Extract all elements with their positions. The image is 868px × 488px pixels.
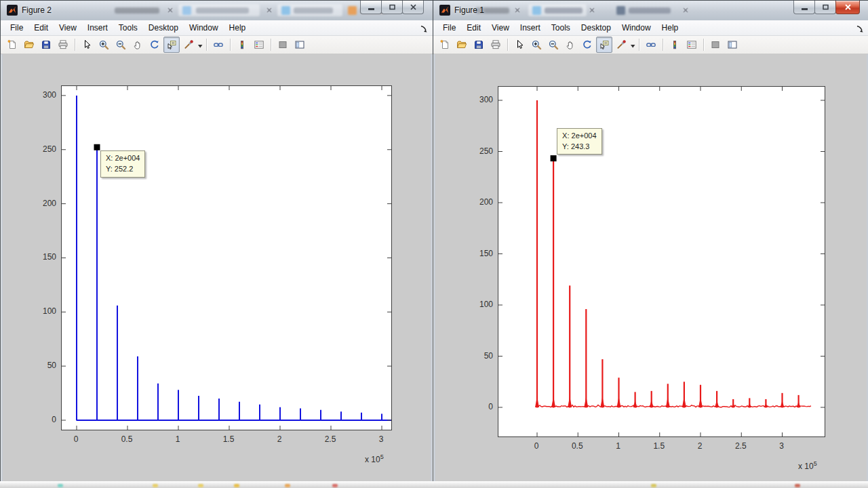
brush-button[interactable] bbox=[613, 37, 629, 53]
insert-legend-button[interactable] bbox=[251, 37, 267, 53]
pan-button[interactable] bbox=[130, 37, 146, 53]
dropdown-caret-icon[interactable] bbox=[198, 39, 203, 51]
menu-item-view[interactable]: View bbox=[486, 21, 515, 35]
toolbar-separator bbox=[703, 39, 704, 51]
data-cursor-button[interactable] bbox=[163, 37, 180, 53]
y-tick-label: 100 bbox=[469, 300, 493, 309]
toolbar-separator bbox=[639, 39, 639, 51]
background-tab-close-blur bbox=[683, 7, 688, 13]
menu-item-insert[interactable]: Insert bbox=[82, 21, 113, 35]
new-figure-button[interactable] bbox=[4, 37, 20, 53]
minimize-button[interactable] bbox=[360, 1, 382, 14]
x-tick-label: 0.5 bbox=[112, 434, 142, 444]
background-tab-close-blur bbox=[267, 7, 272, 13]
matlab-logo-icon bbox=[439, 5, 450, 16]
menu-item-view[interactable]: View bbox=[54, 21, 82, 35]
datatip-marker[interactable] bbox=[551, 155, 557, 161]
close-button[interactable] bbox=[402, 1, 424, 14]
x-tick-label: 1 bbox=[163, 434, 193, 444]
link-plot-icon bbox=[213, 39, 224, 50]
show-plot-tools-button[interactable] bbox=[292, 37, 308, 53]
link-plot-button[interactable] bbox=[643, 37, 659, 53]
dock-figure-arrow[interactable] bbox=[420, 24, 428, 32]
data-cursor-icon bbox=[599, 39, 610, 50]
menu-item-edit[interactable]: Edit bbox=[461, 21, 486, 35]
menu-item-desktop[interactable]: Desktop bbox=[143, 21, 184, 35]
hide-plot-tools-icon bbox=[710, 39, 721, 50]
menu-item-help[interactable]: Help bbox=[224, 21, 252, 35]
data-cursor-button[interactable] bbox=[596, 37, 612, 53]
rotate-3d-button[interactable] bbox=[146, 37, 163, 53]
restore-button[interactable] bbox=[381, 1, 403, 14]
menu-item-window[interactable]: Window bbox=[184, 21, 224, 35]
titlebar[interactable]: Figure 1 bbox=[433, 1, 868, 20]
edit-plot-icon bbox=[514, 39, 525, 50]
y-tick-label: 300 bbox=[469, 95, 493, 104]
brush-icon bbox=[183, 39, 194, 50]
hide-plot-tools-button[interactable] bbox=[707, 37, 724, 53]
close-button[interactable] bbox=[835, 1, 860, 14]
menu-item-help[interactable]: Help bbox=[656, 21, 684, 35]
background-tab-blur bbox=[294, 7, 333, 14]
save-figure-button[interactable] bbox=[38, 37, 54, 53]
scale-prefix: x 10 bbox=[798, 462, 814, 471]
menu-item-window[interactable]: Window bbox=[616, 21, 656, 35]
dropdown-caret-icon[interactable] bbox=[631, 39, 635, 51]
link-plot-button[interactable] bbox=[210, 37, 226, 53]
scale-prefix: x 10 bbox=[365, 455, 380, 464]
show-plot-tools-icon bbox=[294, 39, 305, 50]
figure-toolbar bbox=[433, 36, 868, 54]
datatip-marker[interactable] bbox=[94, 144, 100, 150]
menu-item-file[interactable]: File bbox=[437, 21, 461, 35]
toolbar-separator bbox=[507, 39, 508, 51]
save-figure-button[interactable] bbox=[471, 37, 487, 53]
print-figure-button[interactable] bbox=[488, 37, 504, 53]
minimize-button[interactable] bbox=[793, 1, 815, 14]
titlebar[interactable]: Figure 2 bbox=[1, 1, 433, 20]
menu-item-edit[interactable]: Edit bbox=[28, 21, 54, 35]
show-plot-tools-button[interactable] bbox=[724, 37, 741, 53]
insert-colorbar-button[interactable] bbox=[667, 37, 683, 53]
rotate-3d-icon bbox=[582, 39, 593, 50]
insert-legend-button[interactable] bbox=[684, 37, 700, 53]
plot-area bbox=[498, 86, 825, 437]
edit-plot-button[interactable] bbox=[79, 37, 95, 53]
pan-icon bbox=[565, 39, 576, 50]
zoom-out-button[interactable] bbox=[545, 37, 561, 53]
background-favicon-blur bbox=[532, 6, 541, 15]
rotate-3d-button[interactable] bbox=[579, 37, 595, 53]
plot-area bbox=[61, 85, 392, 430]
open-file-button[interactable] bbox=[21, 37, 37, 53]
background-tab-close-blur bbox=[515, 7, 520, 13]
menu-item-tools[interactable]: Tools bbox=[113, 21, 143, 35]
insert-colorbar-button[interactable] bbox=[234, 37, 250, 53]
zoom-in-button[interactable] bbox=[96, 37, 112, 53]
link-plot-icon bbox=[646, 39, 656, 50]
menu-item-file[interactable]: File bbox=[5, 21, 28, 35]
print-figure-button[interactable] bbox=[55, 37, 71, 53]
pan-button[interactable] bbox=[562, 37, 578, 53]
menu-item-desktop[interactable]: Desktop bbox=[576, 21, 616, 35]
show-plot-tools-icon bbox=[727, 39, 738, 50]
zoom-out-button[interactable] bbox=[113, 37, 129, 53]
dock-figure-arrow[interactable] bbox=[856, 24, 864, 32]
y-tick-label: 150 bbox=[469, 249, 493, 258]
zoom-in-button[interactable] bbox=[528, 37, 545, 53]
open-file-button[interactable] bbox=[454, 37, 470, 53]
hide-plot-tools-button[interactable] bbox=[275, 37, 291, 53]
y-tick-label: 200 bbox=[469, 197, 493, 207]
background-tab-close-blur bbox=[167, 7, 173, 13]
restore-button[interactable] bbox=[814, 1, 836, 14]
save-figure-icon bbox=[41, 39, 52, 50]
zoom-out-icon bbox=[115, 39, 126, 50]
menu-item-tools[interactable]: Tools bbox=[546, 21, 576, 35]
new-figure-button[interactable] bbox=[437, 37, 453, 53]
edit-plot-button[interactable] bbox=[511, 37, 528, 53]
menu-item-insert[interactable]: Insert bbox=[515, 21, 546, 35]
hide-plot-tools-icon bbox=[277, 39, 288, 50]
toolbar-separator bbox=[230, 39, 231, 51]
menubar: FileEditViewInsertToolsDesktopWindowHelp bbox=[433, 20, 868, 36]
y-tick-label: 50 bbox=[32, 361, 56, 370]
x-tick-label: 2 bbox=[264, 434, 294, 444]
brush-button[interactable] bbox=[180, 37, 197, 53]
